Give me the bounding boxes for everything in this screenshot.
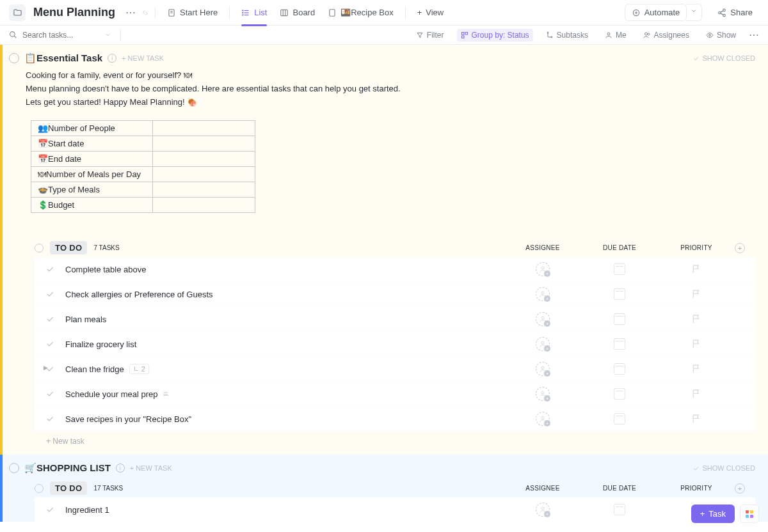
expand-icon[interactable]: ▶: [44, 364, 48, 371]
new-task-link[interactable]: + NEW TASK: [122, 54, 164, 62]
task-checkbox[interactable]: [35, 389, 65, 398]
assignee-cell[interactable]: [504, 287, 581, 301]
divider: [405, 7, 406, 19]
task-checkbox[interactable]: [35, 340, 65, 348]
group-by-button[interactable]: Group by: Status: [457, 29, 533, 42]
share-button[interactable]: Share: [711, 4, 759, 20]
priority-cell[interactable]: [658, 389, 735, 399]
due-date-cell[interactable]: [581, 313, 658, 325]
status-badge[interactable]: TO DO: [50, 241, 87, 254]
due-date-cell[interactable]: [581, 288, 658, 300]
due-date-cell[interactable]: [581, 263, 658, 275]
add-column-button[interactable]: +: [735, 483, 745, 494]
task-row[interactable]: Ingredient 1: [35, 497, 755, 522]
task-name: Plan meals: [65, 315, 504, 324]
assignee-cell[interactable]: [504, 262, 581, 276]
status-collapse-icon[interactable]: [35, 484, 44, 493]
automate-dropdown[interactable]: [686, 4, 702, 21]
assignee-icon: [536, 362, 550, 376]
tab-board[interactable]: Board: [275, 0, 320, 26]
tab-list[interactable]: List: [236, 0, 272, 26]
doc-icon: [167, 8, 176, 17]
task-row[interactable]: ▶ Clean the fridge 2: [35, 357, 755, 381]
plan-value[interactable]: [153, 167, 255, 182]
task-row[interactable]: Complete table above: [35, 257, 755, 281]
assignee-cell[interactable]: [504, 337, 581, 351]
new-task-fab[interactable]: + Task: [691, 505, 735, 522]
task-row[interactable]: Save recipes in your "Recipe Box": [35, 407, 755, 431]
task-row[interactable]: Finalize grocery list: [35, 332, 755, 356]
more-button[interactable]: ⋯: [749, 29, 759, 41]
assignee-cell[interactable]: [504, 412, 581, 426]
new-task-button[interactable]: + New task: [3, 432, 768, 455]
show-button[interactable]: Show: [702, 29, 740, 42]
due-date-cell[interactable]: [581, 388, 658, 400]
collapse-icon[interactable]: [142, 8, 148, 17]
svg-point-15: [719, 12, 721, 14]
task-checkbox[interactable]: [35, 315, 65, 324]
folder-icon[interactable]: [9, 4, 26, 21]
show-closed-button[interactable]: SHOW CLOSED: [692, 464, 755, 472]
check-icon: [45, 340, 54, 348]
tab-recipe-box[interactable]: 🍱Recipe Box: [323, 0, 398, 26]
due-date-cell[interactable]: [581, 338, 658, 350]
due-date-cell[interactable]: [581, 413, 658, 425]
info-icon[interactable]: i: [108, 54, 116, 63]
svg-point-6: [243, 10, 243, 10]
divider: [120, 29, 121, 41]
subtasks-button[interactable]: Subtasks: [542, 29, 592, 42]
collapse-icon[interactable]: [9, 463, 19, 473]
assignee-cell[interactable]: [504, 387, 581, 401]
eye-icon: [706, 31, 714, 39]
menu-icon[interactable]: ≡: [163, 389, 168, 399]
due-date-cell[interactable]: [581, 363, 658, 375]
me-button[interactable]: Me: [601, 29, 630, 42]
priority-cell[interactable]: [658, 364, 735, 374]
add-column-button[interactable]: +: [735, 243, 745, 253]
tab-start-here[interactable]: Start Here: [162, 0, 223, 26]
priority-cell[interactable]: [658, 314, 735, 324]
task-checkbox[interactable]: [35, 505, 65, 514]
task-row[interactable]: Plan meals: [35, 307, 755, 331]
priority-cell[interactable]: [658, 414, 735, 424]
priority-cell[interactable]: [658, 339, 735, 349]
tab-add-view[interactable]: + View: [412, 0, 449, 26]
new-task-link[interactable]: + NEW TASK: [130, 464, 172, 472]
plan-value[interactable]: [153, 121, 255, 136]
task-checkbox[interactable]: [35, 265, 65, 274]
status-badge[interactable]: TO DO: [50, 481, 87, 495]
task-checkbox[interactable]: [35, 290, 65, 299]
status-collapse-icon[interactable]: [35, 244, 44, 253]
priority-cell[interactable]: [658, 264, 735, 274]
tab-label: Board: [292, 8, 315, 17]
assignee-cell[interactable]: [504, 362, 581, 376]
plan-value[interactable]: [153, 198, 255, 213]
search-input[interactable]: [22, 31, 99, 40]
flag-icon: [691, 364, 701, 374]
plan-label: 🍽Number of Meals per Day: [31, 167, 153, 182]
subtask-badge[interactable]: 2: [129, 364, 149, 374]
task-row[interactable]: Check allergies or Preference of Guests: [35, 282, 755, 306]
task-checkbox[interactable]: ▶: [35, 364, 65, 373]
tab-label: List: [254, 8, 267, 17]
more-icon[interactable]: ⋯: [122, 6, 140, 19]
plan-value[interactable]: [153, 152, 255, 167]
collapse-icon[interactable]: [9, 53, 19, 63]
info-icon[interactable]: i: [116, 464, 125, 473]
svg-point-29: [708, 34, 710, 36]
show-closed-button[interactable]: SHOW CLOSED: [692, 54, 755, 62]
priority-cell[interactable]: [658, 289, 735, 299]
task-checkbox[interactable]: [35, 414, 65, 423]
task-row[interactable]: Schedule your meal prep ≡: [35, 382, 755, 406]
plan-value[interactable]: [153, 182, 255, 198]
filter-button[interactable]: Filter: [412, 29, 448, 42]
assignee-cell[interactable]: [504, 312, 581, 326]
automate-button[interactable]: Automate: [625, 4, 687, 21]
plan-value[interactable]: [153, 136, 255, 152]
chevron-down-icon[interactable]: [104, 31, 111, 38]
due-date-cell[interactable]: [581, 504, 658, 515]
task-name: Check allergies or Preference of Guests: [65, 290, 504, 299]
assignees-button[interactable]: Assignees: [639, 29, 693, 42]
assignee-cell[interactable]: [504, 503, 581, 517]
apps-fab[interactable]: [740, 505, 759, 522]
